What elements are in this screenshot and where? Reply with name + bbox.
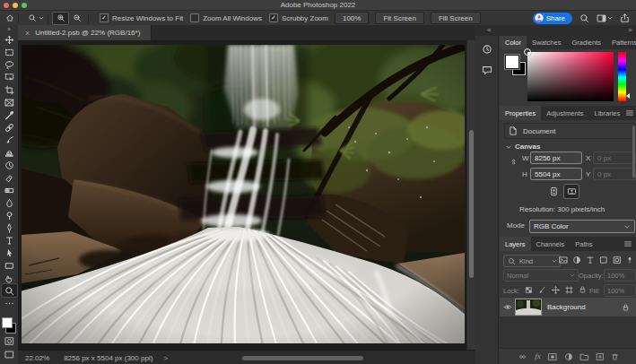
tool-spot-healing-brush[interactable] [2,121,17,134]
zoom-level-field[interactable]: 22.02% [25,354,49,362]
tool-object-selection[interactable] [2,71,17,83]
properties-tab-properties[interactable]: Properties [500,106,541,120]
link-dimensions-icon[interactable] [510,155,517,169]
comments-icon[interactable] [482,65,492,75]
status-chevron[interactable]: > [163,354,168,362]
tool-brush[interactable] [2,134,17,146]
layers-panel-menu-icon[interactable] [623,237,636,251]
close-tab-icon[interactable]: × [25,29,30,38]
filter-pin-icon[interactable] [626,256,633,264]
filter-adjustment-icon[interactable] [572,256,581,264]
tool-move[interactable] [2,33,17,46]
collapse-dock-button[interactable]: » [629,26,632,34]
color-tab-gradients[interactable]: Gradients [566,36,606,49]
document-tab[interactable]: × Untitled-2.psb @ 22% (RGB/16*) [18,25,152,40]
layers-action-fx-icon[interactable]: fx [535,352,541,360]
100-button[interactable]: 100% [335,12,369,24]
foreground-color-swatch[interactable] [2,317,13,328]
filter-type-filter-icon[interactable] [586,256,595,264]
checkbox[interactable]: ✓ [100,13,109,22]
properties-tab-libraries[interactable]: Libraries [588,106,625,120]
zoom-in-mode-button[interactable] [52,12,69,25]
width-input[interactable]: 8256 px [530,152,582,164]
layers-action-mask-icon[interactable] [547,352,558,361]
tool-hand[interactable] [2,272,17,284]
tool-history-brush[interactable] [2,159,17,171]
color-tab-patterns[interactable]: Patterns [606,36,636,49]
lock-move-sm-icon[interactable] [552,286,560,294]
color-mode-select[interactable]: RGB Color [529,220,635,233]
properties-tab-adjustments[interactable]: Adjustments [541,106,588,120]
vertical-scrollbar-thumb[interactable] [469,130,474,278]
layer-thumbnail[interactable] [516,299,541,315]
share-button[interactable]: Share [533,13,572,24]
search-icon[interactable] [579,13,589,23]
tool-clone-stamp[interactable] [2,146,17,159]
color-picker-field[interactable] [527,52,614,101]
collapse-panels-button[interactable]: « [487,26,491,34]
tool-lasso[interactable] [2,58,17,71]
lock-brush-sm-icon[interactable] [538,286,546,294]
lock-checkerboard-icon[interactable] [525,286,533,294]
properties-scrollbar-thumb[interactable] [632,126,635,178]
hue-slider-marker[interactable] [626,93,630,99]
export-icon[interactable] [620,13,630,23]
version-history-icon[interactable] [482,44,492,55]
hue-slider[interactable] [618,52,626,101]
tool-eraser[interactable] [2,171,17,184]
layer-visibility-toggle[interactable] [500,303,516,311]
filter-shape-icon[interactable] [599,256,608,264]
layers-action-new-layer-icon[interactable] [596,352,605,361]
color-tab-color[interactable]: Color [500,36,527,49]
home-button[interactable] [5,13,14,22]
option-checkbox-zoom-all-windows[interactable]: Zoom All Windows [190,13,262,22]
horizontal-scrollbar-thumb[interactable] [242,356,363,360]
tool-crop[interactable] [2,83,17,96]
layers-action-link-h-icon[interactable] [517,353,528,360]
layers-tab-layers[interactable]: Layers [500,237,531,251]
option-checkbox-resize-windows-to-fit[interactable]: ✓Resize Windows to Fit [100,13,183,22]
canvas-image[interactable] [22,45,465,343]
layers-action-trash-icon[interactable] [611,352,619,361]
zoom-out-mode-button[interactable] [69,13,84,24]
fillscreen-button[interactable]: Fill Screen [431,12,481,24]
tool-eyedropper[interactable] [2,108,17,121]
quick-mask-button[interactable] [2,335,17,347]
tool-gradient[interactable] [2,184,17,196]
properties-panel-menu-icon[interactable] [625,106,636,120]
panel-foreground-swatch[interactable] [505,55,519,69]
screen-mode-button[interactable] [2,349,17,360]
tool-rectangular-marquee[interactable] [2,46,17,58]
tool-pen[interactable] [2,221,17,234]
tool-zoom[interactable] [2,284,17,297]
layers-action-folder-icon[interactable] [579,352,589,361]
fitscreen-button[interactable]: Fit Screen [375,12,423,24]
filter-smart-object-icon[interactable] [613,256,622,264]
zoom-tool-preset[interactable] [28,13,44,22]
layers-tab-paths[interactable]: Paths [570,237,597,251]
tool-dodge[interactable] [2,209,17,221]
layers-action-adjustment-icon[interactable] [564,352,573,361]
lock-lock-icon[interactable] [579,285,587,294]
layer-filter-kind-select[interactable]: Kind [503,255,561,267]
tool-path-selection[interactable] [2,247,17,259]
color-tab-swatches[interactable]: Swatches [527,36,567,49]
tool-edit-toolbar[interactable] [2,297,17,309]
properties-document-chip[interactable]: Document [504,123,635,139]
foreground-background-colors[interactable] [2,317,16,334]
layer-row-background[interactable]: Background [500,298,636,316]
option-checkbox-scrubby-zoom[interactable]: ✓Scrubby Zoom [269,13,328,22]
checkbox[interactable]: ✓ [269,13,278,22]
filter-image-filter-icon[interactable] [559,256,568,264]
vertical-scrollbar[interactable] [466,40,475,350]
toolbar-expand-button[interactable]: » [7,25,11,33]
lock-artboard-icon[interactable] [565,286,573,294]
checkbox[interactable] [190,13,199,22]
layers-tab-channels[interactable]: Channels [531,237,571,251]
color-field-marker[interactable] [524,48,531,56]
canvas-area[interactable] [18,40,475,350]
tool-blur[interactable] [2,196,17,209]
tool-frame[interactable] [2,96,17,108]
tool-rectangle[interactable] [2,259,17,272]
height-input[interactable]: 5504 px [530,168,582,180]
